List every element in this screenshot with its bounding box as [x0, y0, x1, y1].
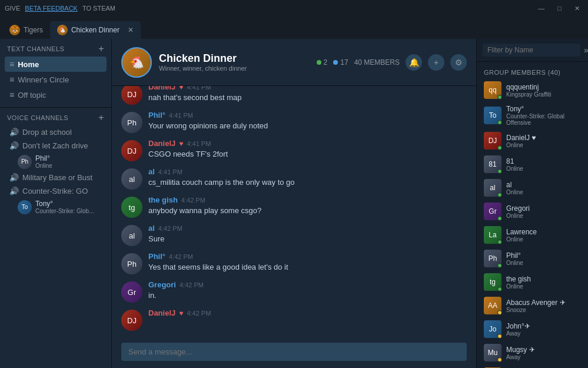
msg-al-2-time: 4:41 PM	[158, 168, 182, 175]
member-tony-avatar: To	[484, 107, 501, 124]
member-al-name: al	[506, 181, 581, 189]
member-81-status-dot	[497, 169, 502, 174]
member-qqquentinj-status-dot	[497, 95, 502, 100]
group-tagline: Winner, winner, chicken dinner	[159, 65, 307, 72]
member-abacus-avenger-name: Abacus Avenger ✈	[506, 299, 581, 307]
total-members: 40 MEMBERS	[354, 58, 400, 67]
member-danielj-status: Online	[506, 142, 581, 148]
member-al-info: al Online	[506, 181, 581, 195]
beta-feedback-link[interactable]: BETA FEEDBACK	[25, 5, 78, 12]
tab-close-icon[interactable]: ✕	[128, 26, 134, 34]
group-info: Chicken Dinner Winner, winner, chicken d…	[159, 52, 307, 72]
member-john-info: John°✈ Away	[506, 322, 581, 337]
voice-user-phil-status: Online	[35, 163, 52, 169]
msg-danielj-1-heart: ♥	[179, 86, 183, 91]
member-the-gish-avatar: tg	[484, 273, 501, 291]
member-phil-status-dot	[497, 263, 502, 268]
member-tony-info: Tony° Counter-Strike: Global Offensive	[506, 105, 581, 126]
msg-gish-1-text: anybody wanna play some csgo?	[148, 205, 467, 216]
tab-tigers-label: Tigers	[24, 26, 43, 34]
channel-home-label: Home	[18, 60, 39, 69]
msg-phil-1-text: Your wrong opinions are duly noted	[148, 121, 467, 131]
member-81-avatar: 81	[484, 155, 501, 173]
add-voice-channel-icon[interactable]: +	[98, 112, 104, 123]
add-friend-icon[interactable]: +	[428, 54, 444, 71]
close-button[interactable]: ✕	[571, 4, 583, 14]
message-gish-1: tg the gish 4:42 PM anybody wanna play s…	[121, 193, 467, 220]
notifications-icon[interactable]: 🔔	[406, 54, 422, 71]
member-al-avatar: al	[484, 179, 501, 197]
member-mugsy-avatar: Mu	[484, 344, 501, 362]
member-john-avatar: Jo	[484, 320, 501, 338]
group-name: Chicken Dinner	[159, 52, 307, 65]
minimize-button[interactable]: —	[534, 4, 548, 13]
tab-chicken-dinner[interactable]: 🐔 Chicken Dinner ✕	[50, 21, 141, 39]
member-gregori-name: Gregori	[506, 204, 581, 213]
member-abacus-avenger-status: Snooze	[506, 307, 581, 313]
group-header-info: 🐔 Chicken Dinner Winner, winner, chicken…	[112, 47, 317, 78]
online-dot	[317, 60, 321, 65]
member-tony-status: Counter-Strike: Global Offensive	[506, 113, 581, 126]
chat-input[interactable]	[121, 343, 467, 361]
channel-off-topic[interactable]: ≡ Off topic	[5, 87, 107, 102]
member-gregori-info: Gregori Online	[506, 204, 581, 219]
voice-icon-dont-let-zach: 🔊	[9, 141, 19, 150]
voice-channel-drop-at-school[interactable]: 🔊 Drop at school	[5, 125, 107, 139]
member-mushroom-ai[interactable]: ma mushroom ai ✈ Away	[477, 364, 588, 368]
voice-user-tony-avatar: To	[18, 200, 32, 214]
channel-home[interactable]: ≡ Home	[5, 57, 107, 72]
msg-danielj-2-time: 4:41 PM	[187, 140, 211, 147]
member-mugsy-name: Mugsy ✈	[506, 346, 581, 354]
member-the-gish-name: the gish	[506, 275, 581, 283]
member-john[interactable]: Jo John°✈ Away	[477, 317, 588, 341]
channel-off-topic-icon: ≡	[9, 90, 14, 100]
settings-icon[interactable]: ⚙	[450, 54, 467, 71]
away-count: 17	[340, 58, 348, 67]
maximize-button[interactable]: □	[554, 4, 565, 13]
voice-user-tony[interactable]: To Tony° Counter-Strike: Glob...	[5, 198, 107, 216]
member-qqquentinj[interactable]: qq qqquentinj Kingspray Graffiti	[477, 78, 588, 102]
voice-user-tony-info: Tony° Counter-Strike: Glob...	[35, 200, 94, 214]
voice-channel-counter-strike-label: Counter-Strike: GO	[22, 187, 88, 195]
voice-channel-military-base[interactable]: 🔊 Military Base or Bust	[5, 171, 107, 184]
member-the-gish[interactable]: tg the gish Online	[477, 270, 588, 294]
message-danielj-2: DJ DanielJ ♥ 4:41 PM CSGO needs TF's 2fo…	[121, 137, 467, 164]
sidebar: Text Channels + ≡ Home ≡ Winner's Circle…	[0, 39, 112, 368]
voice-channel-dont-let-zach[interactable]: 🔊 Don't let Zach drive	[5, 139, 107, 152]
msg-gish-1-time: 4:42 PM	[181, 197, 205, 204]
member-81-status: Online	[506, 165, 581, 172]
msg-al-3-header: al 4:42 PM	[148, 224, 467, 233]
channel-winners-circle[interactable]: ≡ Winner's Circle	[5, 72, 107, 87]
tab-tigers[interactable]: 🐯 Tigers	[2, 21, 50, 39]
members-expand-icon[interactable]: »	[584, 45, 588, 55]
member-tony[interactable]: To Tony° Counter-Strike: Global Offensiv…	[477, 102, 588, 129]
tab-chicken-dinner-avatar: 🐔	[57, 25, 68, 35]
member-abacus-avenger[interactable]: AA Abacus Avenger ✈ Snooze	[477, 294, 588, 317]
member-gregori[interactable]: Gr Gregori Online	[477, 200, 588, 223]
add-text-channel-icon[interactable]: +	[98, 44, 104, 54]
members-search-input[interactable]	[483, 44, 580, 57]
voice-channel-counter-strike[interactable]: 🔊 Counter-Strike: GO	[5, 184, 107, 198]
member-counts: 2 17 40 MEMBERS	[317, 58, 400, 67]
member-81[interactable]: 81 81 Online	[477, 152, 588, 176]
member-81-info: 81 Online	[506, 157, 581, 172]
member-lawrence-avatar: La	[484, 226, 501, 244]
member-al[interactable]: al al Online	[477, 176, 588, 200]
voice-channels-header: Voice Channels +	[5, 112, 107, 123]
voice-channels-label: Voice Channels	[7, 114, 68, 121]
group-header-right: 2 17 40 MEMBERS 🔔 + ⚙	[317, 54, 476, 71]
channel-winners-circle-icon: ≡	[9, 75, 14, 84]
system-bar-left: GIVE BETA FEEDBACK TO STEAM	[5, 5, 115, 12]
msg-danielj-3-header: DanielJ ♥ 4:42 PM	[148, 309, 467, 317]
chat-messages: (the original) al al 4:41 PM the origina…	[112, 86, 476, 338]
member-john-name: John°✈	[506, 322, 581, 330]
member-lawrence[interactable]: La Lawrence Online	[477, 223, 588, 247]
member-danielj[interactable]: DJ DanielJ ♥ Online	[477, 129, 588, 152]
msg-al-2-text: cs_militia couch camp is the only way to…	[148, 177, 467, 188]
member-phil[interactable]: Ph Phil° Online	[477, 247, 588, 270]
msg-danielj-2-header: DanielJ ♥ 4:41 PM	[148, 139, 467, 148]
msg-danielj-1-avatar: DJ	[121, 86, 142, 105]
voice-user-phil[interactable]: Ph Phil° Online	[5, 152, 107, 171]
member-mugsy[interactable]: Mu Mugsy ✈ Away	[477, 341, 588, 364]
msg-al-3-author: al	[148, 224, 155, 233]
